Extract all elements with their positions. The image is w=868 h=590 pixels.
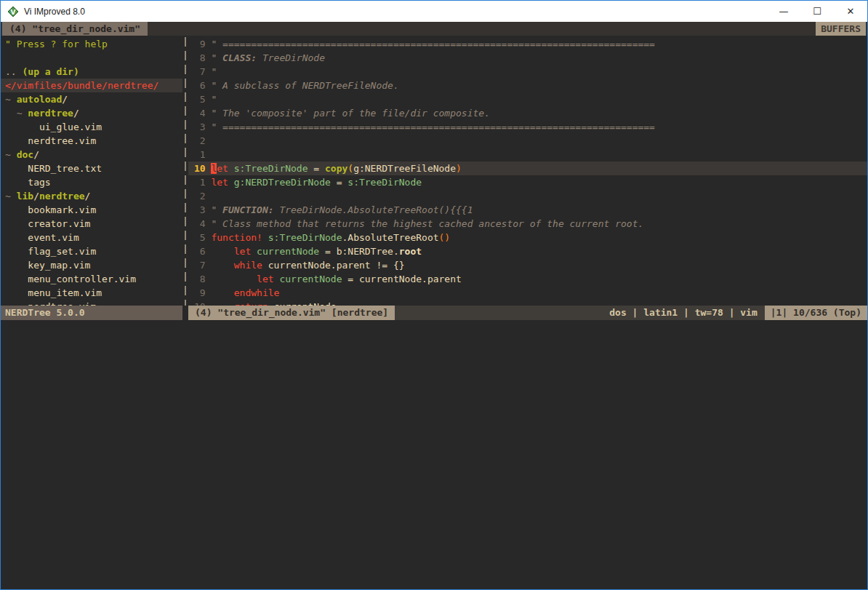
line-number: 5 — [194, 92, 206, 106]
text-segment: event.vim — [5, 232, 79, 243]
tree-item[interactable]: key_map.vim — [1, 258, 182, 272]
code-line[interactable]: 6" A subclass of NERDTreeFileNode. — [188, 79, 867, 92]
tree-item[interactable]: menu_item.vim — [1, 286, 182, 300]
command-line[interactable] — [1, 320, 867, 590]
line-number: 6 — [194, 244, 206, 258]
code-line[interactable]: 5" — [188, 92, 867, 106]
code-line[interactable]: 4" The 'composite' part of the file/dir … — [188, 106, 867, 120]
code-line[interactable]: 9" =====================================… — [188, 37, 867, 51]
code-line[interactable]: 3" =====================================… — [188, 120, 867, 134]
line-number: 5 — [194, 231, 206, 244]
tree-item[interactable]: .. (up a dir) — [1, 65, 182, 79]
text-segment: NERD_tree.txt — [5, 163, 102, 174]
text-segment: / — [33, 191, 39, 202]
buffers-label[interactable]: BUFFERS — [816, 22, 866, 36]
text-segment: CLASS: — [222, 52, 257, 63]
text-segment: TreeDirNode — [257, 52, 325, 63]
tree-item[interactable]: ~ autoload/ — [1, 92, 182, 106]
text-segment: endwhile — [234, 287, 280, 298]
text-segment: g:NERDTreeFileNode — [353, 163, 456, 174]
text-segment: creator.vim — [5, 218, 90, 229]
editor-window: 9" =====================================… — [188, 36, 867, 306]
statusline: NERDTree 5.0.0 (4) "tree_dir_node.vim" [… — [1, 306, 867, 320]
code-line[interactable]: 5function! s:TreeDirNode.AbsoluteTreeRoo… — [188, 231, 867, 244]
tree-item[interactable]: tags — [1, 175, 182, 189]
code-line[interactable]: 8" CLASS: TreeDirNode — [188, 51, 867, 65]
tree-item[interactable]: menu_controller.vim — [1, 272, 182, 286]
tree-item[interactable]: " Press ? for help — [1, 37, 182, 51]
tree-item[interactable]: ui_glue.vim — [1, 120, 182, 134]
tree-item[interactable] — [1, 51, 182, 65]
text-segment: let — [257, 274, 273, 284]
tab-tree-dir-node[interactable]: (4) "tree_dir_node.vim" — [2, 22, 148, 36]
code-line[interactable]: 9 endwhile — [188, 286, 867, 300]
tree-item[interactable]: ~ lib/nerdtree/ — [1, 189, 182, 203]
tree-item[interactable]: bookmark.vim — [1, 203, 182, 217]
code-line[interactable]: 7 while currentNode.parent != {} — [188, 258, 867, 272]
tree-item[interactable]: nerdtree.vim — [1, 300, 182, 306]
text-segment: currentNode.parent != {} — [262, 260, 405, 271]
text-segment: FUNCTION: — [222, 204, 273, 215]
code-line[interactable]: 1let g:NERDTreeDirNode = s:TreeDirNode — [188, 175, 867, 189]
code-line[interactable]: 2 — [188, 189, 867, 203]
line-number: 8 — [194, 272, 206, 286]
text-segment: ) — [456, 163, 462, 174]
statusline-filename: (4) "tree_dir_node.vim" [nerdtree] — [188, 306, 395, 320]
tree-item[interactable]: ~ nerdtree/ — [1, 106, 182, 120]
line-number: 9 — [194, 286, 206, 300]
tree-item[interactable]: NERD_tree.txt — [1, 162, 182, 175]
line-number: 3 — [194, 203, 206, 217]
tree-item[interactable]: ~ doc/ — [1, 148, 182, 162]
text-segment: (up a dir) — [22, 66, 79, 77]
gvim-window: V Vi IMproved 8.0 — ☐ ✕ (4) "tree_dir_no… — [0, 0, 868, 590]
tree-item[interactable]: flag_set.vim — [1, 244, 182, 258]
code-line[interactable]: 10 return currentNode — [188, 300, 867, 306]
text-segment: / — [62, 94, 68, 105]
text-segment: / — [85, 191, 91, 202]
statusline-position: |1| 10/636 (Top) — [765, 306, 867, 320]
text-segment: lib — [17, 191, 33, 202]
window-controls: — ☐ ✕ — [767, 1, 867, 22]
text-segment: = — [331, 177, 347, 188]
text-segment: TreeDirNode.AbsoluteTreeRoot(){{{1 — [274, 204, 473, 215]
text-segment: key_map.vim — [5, 260, 90, 271]
text-segment: s:TreeDirNode — [268, 232, 342, 243]
tree-item[interactable]: nerdtree.vim — [1, 134, 182, 148]
code-line[interactable]: 8 let currentNode = currentNode.parent — [188, 272, 867, 286]
line-number: 7 — [194, 258, 206, 272]
text-segment: let — [211, 177, 228, 188]
main-area: " Press ? for help.. (up a dir)</vimfile… — [1, 36, 867, 306]
close-button[interactable]: ✕ — [834, 1, 867, 22]
text-segment: " The 'composite' part of the file/dir c… — [211, 108, 490, 119]
text-segment: " — [211, 204, 222, 215]
text-segment: / — [73, 108, 79, 119]
tree-item[interactable]: event.vim — [1, 231, 182, 244]
code-line[interactable]: 10let s:TreeDirNode = copy(g:NERDTreeFil… — [188, 162, 867, 175]
code-line[interactable]: 7" — [188, 65, 867, 79]
window-separator[interactable] — [182, 36, 188, 306]
tree-item[interactable]: creator.vim — [1, 217, 182, 231]
line-number: 7 — [194, 65, 206, 79]
code-line[interactable]: 1 — [188, 148, 867, 162]
text-segment: " A subclass of NERDTreeFileNode. — [211, 80, 398, 91]
text-segment: " Class method that returns the highest … — [211, 218, 643, 229]
code-line[interactable]: 2 — [188, 134, 867, 148]
text-segment — [262, 232, 268, 243]
text-segment: function! — [211, 232, 262, 243]
text-segment: menu_controller.vim — [5, 274, 136, 284]
text-segment: = b:NERDTree. — [319, 246, 399, 257]
tree-item[interactable]: </vimfiles/bundle/nerdtree/ — [1, 79, 182, 92]
text-segment: ~ — [17, 108, 28, 119]
code-line[interactable]: 4" Class method that returns the highest… — [188, 217, 867, 231]
text-segment: g:NERDTreeDirNode — [234, 177, 331, 188]
code-line[interactable]: 3" FUNCTION: TreeDirNode.AbsoluteTreeRoo… — [188, 203, 867, 217]
text-segment: " — [211, 66, 217, 77]
text-segment: nerdtree — [39, 191, 85, 202]
text-segment — [211, 260, 233, 271]
code-line[interactable]: 6 let currentNode = b:NERDTree.root — [188, 244, 867, 258]
line-number: 6 — [194, 79, 206, 92]
text-segment — [211, 274, 257, 284]
tabline: (4) "tree_dir_node.vim" BUFFERS — [1, 22, 867, 36]
minimize-button[interactable]: — — [767, 1, 800, 22]
maximize-button[interactable]: ☐ — [800, 1, 834, 22]
